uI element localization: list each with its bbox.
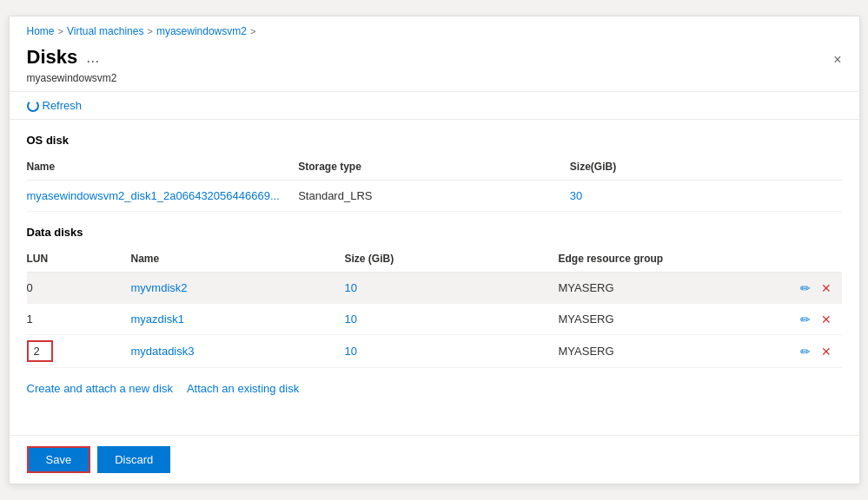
breadcrumb: Home > Virtual machines > myasewindowsvm…	[10, 16, 859, 43]
delete-disk-0-button[interactable]: ✕	[818, 280, 835, 297]
breadcrumb-sep-2: >	[147, 26, 152, 36]
breadcrumb-virtual-machines[interactable]: Virtual machines	[67, 25, 144, 37]
os-disk-section-title: OS disk	[27, 134, 842, 147]
data-disk-col-rg: Edge resource group	[559, 249, 772, 268]
data-disk-name-1[interactable]: myazdisk1	[131, 307, 345, 331]
data-disk-col-lun: LUN	[27, 249, 131, 268]
data-disk-col-actions	[772, 249, 842, 268]
content-area: OS disk Name Storage type Size(GiB) myas…	[10, 120, 859, 426]
data-disk-lun-0: 0	[27, 276, 131, 299]
data-disks-section-title: Data disks	[27, 226, 842, 239]
data-disk-name-0[interactable]: myvmdisk2	[131, 276, 345, 299]
edit-icon-0: ✏	[800, 281, 811, 295]
refresh-icon	[27, 100, 39, 112]
data-disk-rg-1: MYASERG	[559, 307, 772, 331]
data-disk-col-name: Name	[131, 249, 345, 268]
panel-subtitle: myasewindowsvm2	[10, 72, 859, 91]
data-disk-col-size: Size (GiB)	[345, 249, 559, 268]
delete-disk-2-button[interactable]: ✕	[818, 343, 835, 360]
edit-disk-2-button[interactable]: ✏	[797, 343, 814, 360]
delete-icon-1: ✕	[821, 312, 832, 326]
data-disk-row-0: 0 myvmdisk2 10 MYASERG ✏ ✕	[27, 273, 842, 304]
os-disk-row: myasewindowsvm2_disk1_2a066432056446669.…	[27, 181, 842, 212]
close-button[interactable]: ×	[833, 53, 841, 67]
data-disk-lun-2: 2	[27, 335, 131, 367]
data-disk-actions-1: ✏ ✕	[772, 306, 842, 333]
toolbar: Refresh	[10, 91, 859, 120]
data-disk-lun-2-highlighted: 2	[27, 340, 53, 362]
data-disk-lun-1: 1	[27, 307, 131, 331]
delete-icon-0: ✕	[821, 281, 832, 295]
data-disk-rg-2: MYASERG	[559, 339, 772, 363]
data-disk-name-2[interactable]: mydatadisk3	[131, 339, 345, 363]
data-links: Create and attach a new disk Attach an e…	[27, 382, 842, 395]
page-title: Disks	[27, 46, 78, 69]
data-disk-size-1: 10	[345, 307, 559, 331]
os-disk-name[interactable]: myasewindowsvm2_disk1_2a066432056446669.…	[27, 184, 299, 207]
more-options-button[interactable]: ...	[86, 49, 99, 67]
os-disk-col-name: Name	[27, 157, 299, 176]
refresh-label: Refresh	[43, 99, 83, 112]
breadcrumb-sep-1: >	[58, 26, 63, 36]
disks-panel: Home > Virtual machines > myasewindowsvm…	[9, 16, 860, 484]
os-disk-size: 30	[570, 184, 842, 207]
data-disk-rg-0: MYASERG	[559, 276, 772, 299]
breadcrumb-sep-3: >	[250, 26, 255, 36]
save-button[interactable]: Save	[27, 446, 91, 473]
data-disk-actions-0: ✏ ✕	[772, 274, 842, 302]
data-disk-size-0: 10	[345, 276, 559, 299]
data-disk-size-2: 10	[345, 339, 559, 363]
edit-disk-0-button[interactable]: ✏	[797, 280, 814, 297]
os-disk-header-row: Name Storage type Size(GiB)	[27, 154, 842, 181]
discard-button[interactable]: Discard	[97, 446, 170, 473]
delete-icon-2: ✕	[821, 345, 832, 359]
os-disk-table: Name Storage type Size(GiB) myasewindows…	[27, 154, 842, 212]
breadcrumb-home[interactable]: Home	[27, 25, 55, 37]
refresh-button[interactable]: Refresh	[27, 99, 83, 112]
data-disk-row-1: 1 myazdisk1 10 MYASERG ✏ ✕	[27, 304, 842, 335]
os-disk-col-storage: Storage type	[298, 157, 570, 176]
os-disk-col-size: Size(GiB)	[570, 157, 842, 176]
data-disks-table: LUN Name Size (GiB) Edge resource group …	[27, 246, 842, 368]
edit-disk-1-button[interactable]: ✏	[797, 311, 814, 328]
edit-icon-1: ✏	[800, 312, 811, 326]
attach-existing-link[interactable]: Attach an existing disk	[187, 382, 299, 395]
data-disk-row-2: 2 mydatadisk3 10 MYASERG ✏ ✕	[27, 335, 842, 368]
footer: Save Discard	[10, 435, 859, 484]
create-attach-link[interactable]: Create and attach a new disk	[27, 382, 173, 395]
panel-header: Disks ...	[10, 43, 859, 72]
delete-disk-1-button[interactable]: ✕	[818, 311, 835, 328]
data-disk-actions-2: ✏ ✕	[772, 338, 842, 365]
edit-icon-2: ✏	[800, 345, 811, 359]
breadcrumb-vm-name[interactable]: myasewindowsvm2	[156, 25, 247, 37]
data-disk-header-row: LUN Name Size (GiB) Edge resource group	[27, 246, 842, 273]
os-disk-storage-type: Standard_LRS	[298, 184, 570, 207]
